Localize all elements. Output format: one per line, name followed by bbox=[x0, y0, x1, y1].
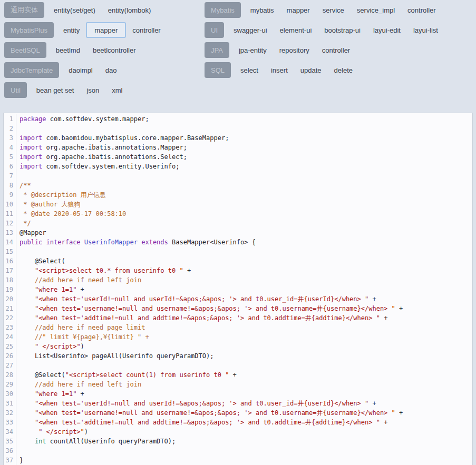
tag-group-row: JPAjpa-entityrepositorycontroller bbox=[205, 42, 472, 58]
line-number: 32 bbox=[4, 408, 16, 418]
code-line-content bbox=[16, 171, 20, 181]
tag-item-bean-get-set[interactable]: bean get set bbox=[30, 82, 81, 98]
code-line: 32 "<when test='username!=null and usern… bbox=[4, 408, 472, 418]
code-line-content bbox=[16, 446, 20, 456]
tag-item-service-impl[interactable]: service_impl bbox=[351, 2, 401, 18]
code-line-content: public interface UserinfoMapper extends … bbox=[16, 238, 256, 247]
code-line-content: "<when test='username!=null and username… bbox=[16, 408, 403, 418]
group-label-ui[interactable]: UI bbox=[205, 22, 224, 38]
code-line: 18 //add here if need left join bbox=[4, 275, 472, 285]
tag-item-dao[interactable]: dao bbox=[99, 62, 123, 78]
line-number: 30 bbox=[4, 389, 16, 399]
group-label-beetlsql[interactable]: BeetlSQL bbox=[4, 42, 46, 58]
tag-item-beetlmd[interactable]: beetlmd bbox=[50, 42, 86, 58]
code-line: 31 "<when test='userId!=null and userId!… bbox=[4, 399, 472, 408]
tag-item-service[interactable]: service bbox=[316, 2, 351, 18]
group-label-util[interactable]: Util bbox=[4, 82, 27, 98]
tag-group-row: BeetlSQLbeetlmdbeetlcontroller bbox=[4, 42, 205, 58]
group-label-mybatisplus[interactable]: MybatisPlus bbox=[4, 22, 54, 38]
tag-item-delete[interactable]: delete bbox=[328, 62, 359, 78]
tag-item-entity[interactable]: entity bbox=[57, 22, 86, 38]
toolbar-right-column: Mybatismybatismapperserviceservice_implc… bbox=[205, 2, 472, 102]
line-number: 19 bbox=[4, 285, 16, 294]
group-label-left_groups-0[interactable]: 通用实体 bbox=[4, 2, 44, 18]
line-number: 10 bbox=[4, 200, 16, 209]
tag-item-select[interactable]: select bbox=[234, 62, 265, 78]
tag-item-controller[interactable]: controller bbox=[316, 42, 356, 58]
tag-item-controller[interactable]: controller bbox=[401, 2, 442, 18]
code-line-content: * @date 2020-05-17 00:58:10 bbox=[16, 209, 126, 219]
line-number: 9 bbox=[4, 190, 16, 200]
code-line-content: import com.softdev.system.entity.Userinf… bbox=[16, 162, 179, 171]
code-preview-panel: 1package com.softdev.system.mapper;23imp… bbox=[3, 113, 473, 465]
code-line-content: " </script>") bbox=[16, 427, 88, 437]
tag-group-row: Utilbean get setjsonxml bbox=[4, 82, 205, 98]
tag-item-repository[interactable]: repository bbox=[273, 42, 316, 58]
line-number: 36 bbox=[4, 446, 16, 456]
tag-item-layui-edit[interactable]: layui-edit bbox=[367, 22, 407, 38]
tag-item-entity-lombok[interactable]: entity(lombok) bbox=[102, 2, 158, 18]
code-line: 12 */ bbox=[4, 219, 472, 228]
code-line: 35 int countAll(Userinfo queryParamDTO); bbox=[4, 437, 472, 446]
code-line-content: "<when test='addtime!=null and addtime!=… bbox=[16, 418, 387, 427]
group-label-mybatis[interactable]: Mybatis bbox=[205, 2, 241, 18]
code-line: 24 //" limit ¥{page},¥{limit} " + bbox=[4, 332, 472, 342]
tag-item-daoimpl[interactable]: daoimpl bbox=[62, 62, 99, 78]
line-number: 6 bbox=[4, 162, 16, 171]
line-number: 8 bbox=[4, 181, 16, 190]
group-label-sql[interactable]: SQL bbox=[205, 62, 231, 78]
code-line-content: "<script>select t0.* from userinfo t0 " … bbox=[16, 266, 191, 275]
code-line: 13@Mapper bbox=[4, 228, 472, 238]
line-number: 35 bbox=[4, 437, 16, 446]
tag-item-beetlcontroller[interactable]: beetlcontroller bbox=[86, 42, 142, 58]
code-line-content: */ bbox=[16, 219, 31, 228]
code-line: 6import com.softdev.system.entity.Userin… bbox=[4, 162, 472, 171]
line-number: 5 bbox=[4, 152, 16, 162]
tag-item-update[interactable]: update bbox=[294, 62, 328, 78]
code-line: 36 bbox=[4, 446, 472, 456]
tag-item-controller[interactable]: controller bbox=[126, 22, 167, 38]
tag-item-insert[interactable]: insert bbox=[265, 62, 294, 78]
code-line-content: import org.apache.ibatis.annotations.Map… bbox=[16, 143, 187, 152]
tag-item-swagger-ui[interactable]: swagger-ui bbox=[227, 22, 274, 38]
line-number: 25 bbox=[4, 342, 16, 351]
code-line-content bbox=[16, 124, 20, 133]
line-number: 7 bbox=[4, 171, 16, 181]
tag-item-mybatis[interactable]: mybatis bbox=[244, 2, 280, 18]
code-line-content: "where 1=1" + bbox=[16, 285, 84, 294]
code-line: 16 @Select( bbox=[4, 256, 472, 266]
tag-group-row: SQLselectinsertupdatedelete bbox=[205, 62, 472, 78]
code-line-content: List<Userinfo> pageAll(Userinfo queryPar… bbox=[16, 351, 213, 361]
tag-group-row: MybatisPlusentitymappercontroller bbox=[4, 22, 205, 38]
code-line: 26 List<Userinfo> pageAll(Userinfo query… bbox=[4, 351, 472, 361]
group-label-jdbctemplate[interactable]: JdbcTemplate bbox=[4, 62, 59, 78]
code-line: 5import org.apache.ibatis.annotations.Se… bbox=[4, 152, 472, 162]
code-line-content: @Select( bbox=[16, 256, 65, 266]
tag-group-row: Mybatismybatismapperserviceservice_implc… bbox=[205, 2, 472, 18]
tag-item-json[interactable]: json bbox=[80, 82, 105, 98]
tag-item-layui-list[interactable]: layui-list bbox=[407, 22, 444, 38]
tag-item-mapper[interactable]: mapper bbox=[280, 2, 316, 18]
tag-group-row: JdbcTemplatedaoimpldao bbox=[4, 62, 205, 78]
code-line-content: "where 1=1" + bbox=[16, 389, 84, 399]
code-line-content bbox=[16, 361, 20, 370]
group-label-jpa[interactable]: JPA bbox=[205, 42, 229, 58]
tag-item-mapper[interactable]: mapper bbox=[86, 22, 126, 38]
code-line-content: //" limit ¥{page},¥{limit} " + bbox=[16, 332, 149, 342]
tag-item-entity-set-get[interactable]: entity(set/get) bbox=[47, 2, 102, 18]
code-line-content: import com.baomidou.mybatisplus.core.map… bbox=[16, 133, 229, 143]
code-line: 8/** bbox=[4, 181, 472, 190]
tag-item-bootstrap-ui[interactable]: bootstrap-ui bbox=[318, 22, 367, 38]
line-number: 28 bbox=[4, 370, 16, 380]
line-number: 24 bbox=[4, 332, 16, 342]
code-line-content bbox=[16, 247, 20, 256]
tag-group-row: UIswagger-uielement-uibootstrap-uilayui-… bbox=[205, 22, 472, 38]
line-number: 22 bbox=[4, 313, 16, 323]
line-number: 18 bbox=[4, 275, 16, 285]
code-line: 2 bbox=[4, 124, 472, 133]
tag-item-element-ui[interactable]: element-ui bbox=[274, 22, 318, 38]
line-number: 4 bbox=[4, 143, 16, 152]
code-line-content: "<when test='username!=null and username… bbox=[16, 304, 403, 313]
tag-item-xml[interactable]: xml bbox=[105, 82, 129, 98]
tag-item-jpa-entity[interactable]: jpa-entity bbox=[232, 42, 273, 58]
